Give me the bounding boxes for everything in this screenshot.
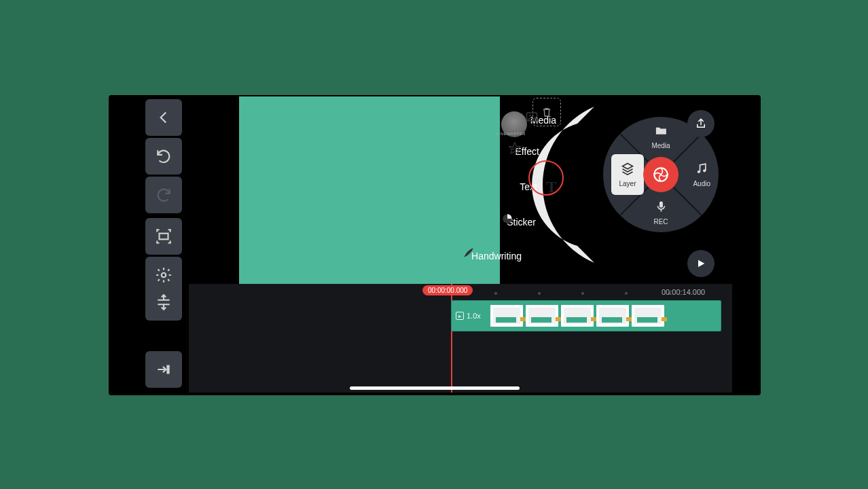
wheel-rec-button[interactable]: REC (653, 200, 668, 225)
watermark-text: KINEMASTER (496, 132, 526, 136)
undo-button[interactable] (145, 138, 182, 175)
clip-thumbnails (490, 305, 664, 327)
sticker-shape-icon (540, 212, 560, 232)
svg-rect-10 (659, 202, 663, 208)
wheel-layer-button[interactable]: Layer (611, 154, 644, 195)
svg-text:FX: FX (512, 147, 518, 151)
split-track-icon (155, 293, 173, 311)
preview-frame (239, 96, 500, 284)
jump-end-button[interactable] (145, 351, 182, 388)
clip-thumb (526, 305, 558, 327)
svg-point-9 (703, 169, 706, 172)
share-icon (695, 117, 707, 130)
clip-speed-indicator: ▸ 1.0x (456, 312, 481, 320)
layer-sticker-button[interactable]: Sticker (501, 212, 560, 232)
folder-icon (654, 124, 668, 141)
wheel-rec-label: REC (653, 218, 668, 225)
ruler-tick (581, 292, 584, 295)
music-note-icon (695, 162, 708, 179)
video-clip[interactable]: ▸ 1.0x (451, 300, 721, 331)
clip-speed-label: 1.0x (467, 312, 481, 320)
split-track-button[interactable] (145, 284, 182, 321)
ruler-tick (538, 292, 541, 295)
play-icon (695, 258, 706, 269)
layer-media-button[interactable]: Media (525, 110, 581, 130)
capture-button[interactable] (145, 218, 182, 255)
wheel-media-label: Media (651, 142, 670, 149)
clip-thumb (490, 305, 523, 327)
shutter-icon (652, 166, 670, 183)
gear-icon (155, 266, 173, 284)
share-button[interactable] (687, 110, 715, 137)
clip-thumb (596, 305, 629, 327)
svg-marker-12 (698, 260, 704, 268)
svg-point-8 (698, 170, 700, 173)
capture-frame-icon (155, 228, 173, 245)
chevron-left-icon (155, 109, 173, 126)
home-indicator[interactable] (350, 386, 520, 390)
left-toolbar-lower (145, 284, 182, 390)
svg-rect-2 (166, 365, 169, 374)
back-button[interactable] (145, 99, 182, 136)
redo-icon (155, 186, 173, 204)
timeline-area[interactable]: 00:00:14.000 00:00:00.000 ▸ 1.0x (189, 284, 732, 393)
image-icon (560, 110, 581, 130)
layer-handwriting-button[interactable]: Handwriting (462, 246, 546, 266)
jump-to-end-icon (155, 361, 173, 378)
ruler-tick (625, 292, 628, 295)
svg-point-4 (529, 115, 531, 117)
app-frame: KINEMASTER Media Effect FX Text T Sticke… (109, 95, 761, 395)
wheel-media-button[interactable]: Media (651, 124, 670, 149)
clip-thumb (632, 305, 664, 327)
layer-effect-button[interactable]: Effect FX (508, 141, 564, 162)
ruler-tick (494, 292, 497, 295)
svg-point-1 (162, 273, 166, 278)
mic-icon (654, 200, 668, 217)
left-toolbar (145, 99, 182, 295)
playhead-time: 00:00:00.000 (422, 285, 473, 295)
wheel-record-center[interactable] (643, 157, 679, 192)
clip-type-icon: ▸ (456, 312, 464, 320)
timeline-end-time: 00:00:14.000 (662, 288, 705, 296)
redo-button[interactable] (145, 177, 182, 213)
layers-icon (621, 162, 634, 179)
play-button[interactable] (687, 250, 715, 277)
wheel-audio-button[interactable]: Audio (693, 162, 710, 187)
wheel-layer-label: Layer (619, 180, 636, 187)
clip-thumb (561, 305, 594, 327)
fx-icon: FX (543, 141, 564, 162)
undo-icon (155, 147, 173, 165)
annotation-highlight-circle (528, 160, 564, 196)
wheel-audio-label: Audio (693, 180, 710, 187)
pen-icon (526, 246, 546, 266)
svg-rect-0 (160, 234, 168, 240)
